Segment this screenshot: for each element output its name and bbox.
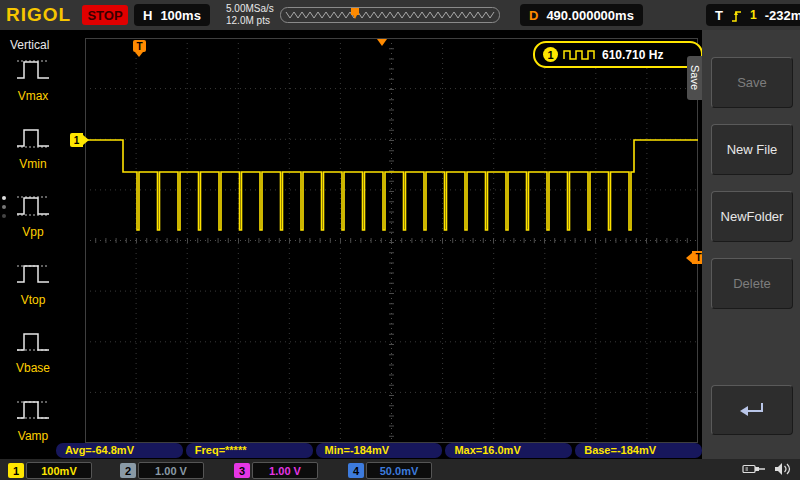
- new-folder-button[interactable]: NewFolder: [711, 191, 793, 242]
- trigger-level-value: -232mV: [765, 8, 800, 23]
- hardware-status-icons: [742, 461, 792, 477]
- measurement-readout: Max=16.0mV: [445, 443, 572, 458]
- freq-counter-channel: 1: [543, 47, 558, 62]
- channel-4-scale: 50.0mV: [366, 462, 432, 479]
- measurement-label: Vbase: [8, 361, 58, 375]
- channel-3-badge: 3: [234, 463, 250, 478]
- menu-tab-save: Save: [687, 56, 702, 100]
- vtop-icon: [15, 259, 51, 287]
- delay-value: 490.000000ms: [546, 8, 633, 23]
- vamp-icon: [15, 395, 51, 423]
- trigger-source: 1: [750, 8, 757, 22]
- brand-logo: RIGOL: [6, 4, 71, 26]
- memory-waveform-strip: [280, 6, 500, 24]
- channel-1-scale: 100mV: [26, 462, 92, 479]
- vpp-icon: [15, 191, 51, 219]
- speaker-icon: [774, 461, 792, 477]
- timebase-value: 100ms: [160, 8, 200, 23]
- sidebar-item-vmin[interactable]: Vmin: [8, 123, 58, 183]
- measurement-readouts: Avg=-64.8mV Freq=***** Min=-184mV Max=16…: [56, 443, 702, 458]
- measurement-sidebar: Vertical Vmax Vmin Vpp: [0, 30, 84, 443]
- graticule: [85, 38, 698, 443]
- trigger-position-icon: [351, 8, 359, 15]
- memory-waveform: [286, 12, 494, 18]
- channel-2-status[interactable]: 2 1.00 V: [120, 462, 204, 479]
- return-arrow-icon: [738, 400, 766, 420]
- measurement-readout: Avg=-64.8mV: [56, 443, 183, 458]
- measurement-readout: Base=-184mV: [575, 443, 702, 458]
- measurement-label: Vmax: [8, 89, 58, 103]
- measurement-label: Vpp: [8, 225, 58, 239]
- channel-status-bar: 1 100mV 2 1.00 V 3 1.00 V 4 50.0mV: [0, 459, 800, 480]
- trigger-edge-icon: [731, 9, 742, 22]
- page-dot: [2, 214, 6, 218]
- freq-counter-value: 610.710 Hz: [602, 48, 663, 62]
- channel-3-scale: 1.00 V: [252, 462, 318, 479]
- usb-icon: [742, 461, 766, 477]
- vmax-icon: [15, 55, 51, 83]
- sidebar-item-vamp[interactable]: Vamp: [8, 395, 58, 455]
- sidebar-item-vmax[interactable]: Vmax: [8, 55, 58, 115]
- menu-page-indicator: [2, 196, 6, 218]
- frequency-counter-badge: 1 610.710 Hz: [533, 41, 703, 68]
- channel-1-badge: 1: [8, 463, 24, 478]
- oscilloscope-screen: RIGOL STOP H 100ms 5.00MSa/s 12.0M pts D…: [0, 0, 800, 480]
- sidebar-item-vpp[interactable]: Vpp: [8, 191, 58, 251]
- trigger-delay-indicator: [377, 39, 387, 46]
- top-status-bar: RIGOL STOP H 100ms 5.00MSa/s 12.0M pts D…: [0, 0, 800, 30]
- return-button[interactable]: [711, 385, 793, 435]
- measurement-label: Vmin: [8, 157, 58, 171]
- channel-4-status[interactable]: 4 50.0mV: [348, 462, 432, 479]
- page-dot: [2, 205, 6, 209]
- channel-3-status[interactable]: 3 1.00 V: [234, 462, 318, 479]
- delete-button[interactable]: Delete: [711, 258, 793, 309]
- memory-depth-value: 12.0M pts: [226, 15, 274, 27]
- channel-4-badge: 4: [348, 463, 364, 478]
- trigger-label: T: [715, 8, 723, 23]
- softkey-menu: Save New File NewFolder Delete: [702, 30, 800, 459]
- new-file-button[interactable]: New File: [711, 124, 793, 175]
- vmin-icon: [15, 123, 51, 151]
- sample-rate-value: 5.00MSa/s: [226, 3, 274, 15]
- trigger-position-flag: T: [133, 40, 146, 52]
- horizontal-label: H: [143, 8, 152, 23]
- horizontal-timebase-box: H 100ms: [134, 4, 210, 26]
- delay-label: D: [529, 8, 538, 23]
- sidebar-title: Vertical: [10, 38, 49, 52]
- run-state-badge: STOP: [82, 5, 128, 25]
- acquisition-info: 5.00MSa/s 12.0M pts: [226, 3, 274, 27]
- page-dot: [2, 196, 6, 200]
- measurement-readout: Min=-184mV: [316, 443, 443, 458]
- channel1-level-marker: 1: [70, 133, 83, 147]
- sidebar-item-vbase[interactable]: Vbase: [8, 327, 58, 387]
- measurement-label: Vtop: [8, 293, 58, 307]
- measurement-readout: Freq=*****: [186, 443, 313, 458]
- channel-2-scale: 1.00 V: [138, 462, 204, 479]
- save-button[interactable]: Save: [711, 57, 793, 108]
- channel-2-badge: 2: [120, 463, 136, 478]
- delay-box: D 490.000000ms: [520, 4, 643, 26]
- sidebar-item-vtop[interactable]: Vtop: [8, 259, 58, 319]
- channel-1-status[interactable]: 1 100mV: [8, 462, 92, 479]
- scope-display: [85, 38, 698, 443]
- vbase-icon: [15, 327, 51, 355]
- square-wave-icon: [563, 49, 597, 61]
- trigger-box: T 1 -232mV: [706, 4, 800, 26]
- measurement-label: Vamp: [8, 429, 58, 443]
